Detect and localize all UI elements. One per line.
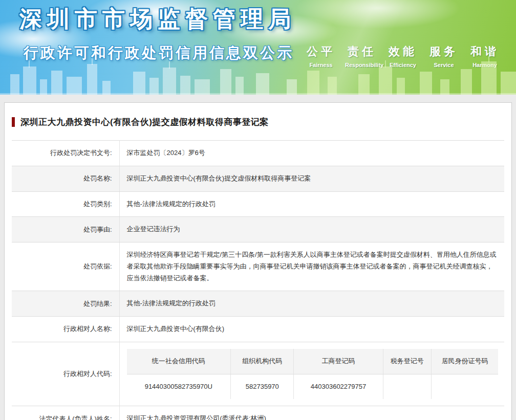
row-value: 深圳正大九鼎投资中心(有限合伙)提交虚假材料取得商事登记案 — [119, 166, 504, 191]
code-value-cell: 91440300582735970U — [127, 374, 231, 399]
code-table-value-row: 91440300582735970U 582735970 44030360227… — [127, 374, 499, 399]
cloud-decoration — [296, 0, 460, 29]
table-row: 行政相对人名称: 深圳正大九鼎投资中心(有限合伙) — [12, 317, 504, 342]
code-value-cell: 440303602279757 — [294, 374, 383, 399]
row-label: 处罚名称: — [12, 166, 119, 191]
table-row: 处罚依据: 深圳经济特区商事登记若干规定/第三十四条/第一款利害关系人以商事主体… — [12, 242, 504, 291]
row-value: 深市监处罚〔2024〕罗6号 — [119, 141, 504, 166]
table-row: 处罚名称: 深圳正大九鼎投资中心(有限合伙)提交虚假材料取得商事登记案 — [12, 166, 504, 191]
table-row: 处罚事由: 企业登记违法行为 — [12, 217, 504, 242]
row-value: 深圳正大九鼎投资管理有限公司(委派代表:林洲) — [119, 406, 504, 420]
code-table-header-row: 统一社会信用代码 组织机构代码 工商登记码 税务登记号 居民身份证号码 — [127, 349, 499, 374]
row-label: 处罚事由: — [12, 217, 119, 242]
row-value: 深圳经济特区商事登记若干规定/第三十四条/第一款利害关系人以商事主体登记或者备案… — [119, 242, 504, 291]
table-row-entity-codes: 行政相对人代码: 统一社会信用代码 组织机构代码 工商登记码 税务登记号 居民身… — [12, 342, 504, 406]
title-marker — [12, 117, 15, 127]
row-label: 法定代表人(负责人)姓名: — [12, 406, 119, 420]
code-header-cell: 税务登记号 — [383, 349, 431, 374]
code-value-cell — [431, 374, 498, 399]
code-header-cell: 居民身份证号码 — [431, 349, 498, 374]
row-value: 企业登记违法行为 — [119, 217, 504, 242]
row-label: 处罚类别: — [12, 191, 119, 217]
info-table: 行政处罚决定书文号: 深市监处罚〔2024〕罗6号 处罚名称: 深圳正大九鼎投资… — [12, 140, 504, 420]
row-label: 处罚依据: — [12, 242, 119, 291]
table-row: 行政处罚决定书文号: 深市监处罚〔2024〕罗6号 — [12, 141, 504, 166]
table-row: 处罚结果: 其他-法律法规规定的行政处罚 — [12, 291, 504, 317]
row-value: 其他-法律法规规定的行政处罚 — [119, 191, 504, 217]
site-banner: 深圳市市场监督管理局 行政许可和行政处罚信用信息双公示 公平 Fairness … — [0, 0, 516, 95]
content-panel: 深圳正大九鼎投资中心(有限合伙)提交虚假材料取得商事登记案 行政处罚决定书文号:… — [4, 102, 512, 420]
code-header-cell: 工商登记码 — [294, 349, 383, 374]
case-title: 深圳正大九鼎投资中心(有限合伙)提交虚假材料取得商事登记案 — [20, 116, 269, 128]
table-row: 处罚类别: 其他-法律法规规定的行政处罚 — [12, 191, 504, 217]
entity-code-table: 统一社会信用代码 组织机构代码 工商登记码 税务登记号 居民身份证号码 9144… — [127, 349, 499, 400]
code-header-cell: 组织机构代码 — [231, 349, 294, 374]
row-label: 行政相对人代码: — [12, 342, 119, 406]
code-header-cell: 统一社会信用代码 — [127, 349, 231, 374]
row-value: 统一社会信用代码 组织机构代码 工商登记码 税务登记号 居民身份证号码 9144… — [119, 342, 504, 406]
row-label: 行政相对人名称: — [12, 317, 119, 342]
table-row: 法定代表人(负责人)姓名: 深圳正大九鼎投资管理有限公司(委派代表:林洲) — [12, 406, 504, 420]
code-value-cell — [383, 374, 431, 399]
row-label: 处罚结果: — [12, 291, 119, 317]
city-skyline-graphic — [0, 56, 516, 95]
row-value: 深圳正大九鼎投资中心(有限合伙) — [119, 317, 504, 342]
row-label: 行政处罚决定书文号: — [12, 141, 119, 166]
case-title-row: 深圳正大九鼎投资中心(有限合伙)提交虚假材料取得商事登记案 — [12, 116, 504, 128]
row-value: 其他-法律法规规定的行政处罚 — [119, 291, 504, 317]
site-title: 深圳市市场监督管理局 — [19, 4, 296, 34]
code-value-cell: 582735970 — [231, 374, 294, 399]
